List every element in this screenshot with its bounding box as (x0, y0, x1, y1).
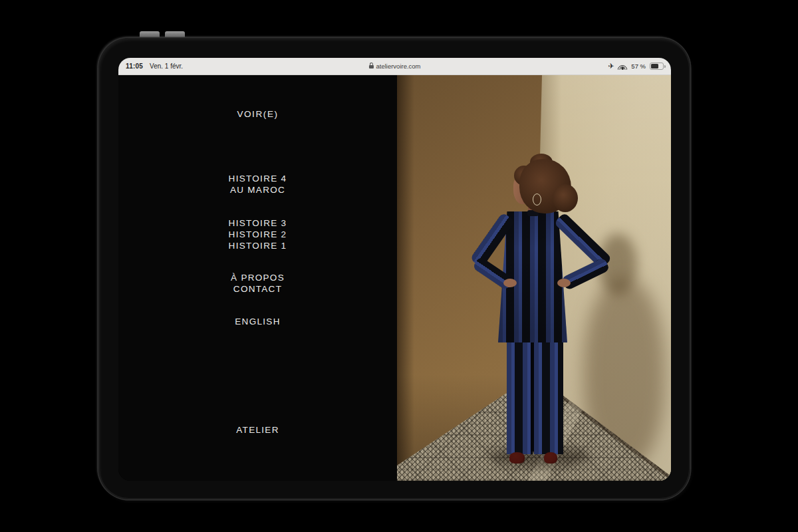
model-right-trouser-leg (534, 340, 563, 454)
nav-link-histoire-4[interactable]: HISTOIRE 4 (118, 174, 397, 185)
model-left-trouser-leg (507, 340, 533, 454)
nav-link-au-maroc[interactable]: AU MAROC (118, 185, 397, 196)
nav-sidebar: VOIR(E) HISTOIRE 4 AU MAROC HISTOIRE 3 H… (118, 75, 397, 481)
status-bar: 11:05 Ven. 1 févr. ateliervoire.com ✈ 57… (118, 58, 671, 75)
model-left-shoe (509, 452, 525, 464)
lock-icon (368, 65, 373, 69)
model-hoop-earring (533, 194, 541, 205)
nav-link-histoire-1[interactable]: HISTOIRE 1 (118, 241, 397, 252)
nav-link-histoire-2[interactable]: HISTOIRE 2 (118, 229, 397, 241)
battery-icon (650, 63, 664, 70)
model-right-shoe (544, 452, 557, 464)
model-trouser-seam (531, 340, 534, 452)
nav-group-featured: HISTOIRE 4 AU MAROC (118, 174, 397, 196)
clock: 11:05 (126, 63, 143, 70)
page-content: VOIR(E) HISTOIRE 4 AU MAROC HISTOIRE 3 H… (118, 75, 671, 481)
nav-group-pages: À PROPOS CONTACT (118, 273, 397, 295)
airplane-mode-icon: ✈ (608, 63, 614, 70)
nav-group-stories: HISTOIRE 3 HISTOIRE 2 HISTOIRE 1 (118, 218, 397, 251)
status-right-cluster: ✈ 57 % (608, 63, 664, 70)
status-left-cluster: 11:05 Ven. 1 févr. (126, 63, 183, 70)
model-left-hand (503, 279, 517, 287)
nav-link-histoire-3[interactable]: HISTOIRE 3 (118, 218, 397, 229)
site-domain: ateliervoire.com (376, 63, 420, 70)
model-hair-curl (553, 184, 578, 212)
nav-group-atelier: ATELIER (118, 425, 397, 436)
hero-photo (397, 75, 671, 481)
date: Ven. 1 févr. (150, 63, 183, 70)
language-switcher: ENGLISH (118, 317, 397, 328)
nav-link-a-propos[interactable]: À PROPOS (118, 273, 397, 284)
site-logo[interactable]: VOIR(E) (118, 109, 397, 120)
tablet-device: 11:05 Ven. 1 févr. ateliervoire.com ✈ 57… (98, 38, 690, 499)
battery-percent-label: 57 % (631, 63, 646, 70)
wifi-dot (622, 67, 624, 70)
tablet-screen: 11:05 Ven. 1 févr. ateliervoire.com ✈ 57… (118, 58, 671, 481)
nav-link-atelier[interactable]: ATELIER (118, 425, 397, 436)
model-right-hand (557, 279, 571, 287)
wifi-icon (618, 63, 627, 70)
nav-link-english[interactable]: ENGLISH (118, 317, 397, 328)
nav-link-contact[interactable]: CONTACT (118, 284, 397, 295)
address-field[interactable]: ateliervoire.com (368, 58, 420, 74)
